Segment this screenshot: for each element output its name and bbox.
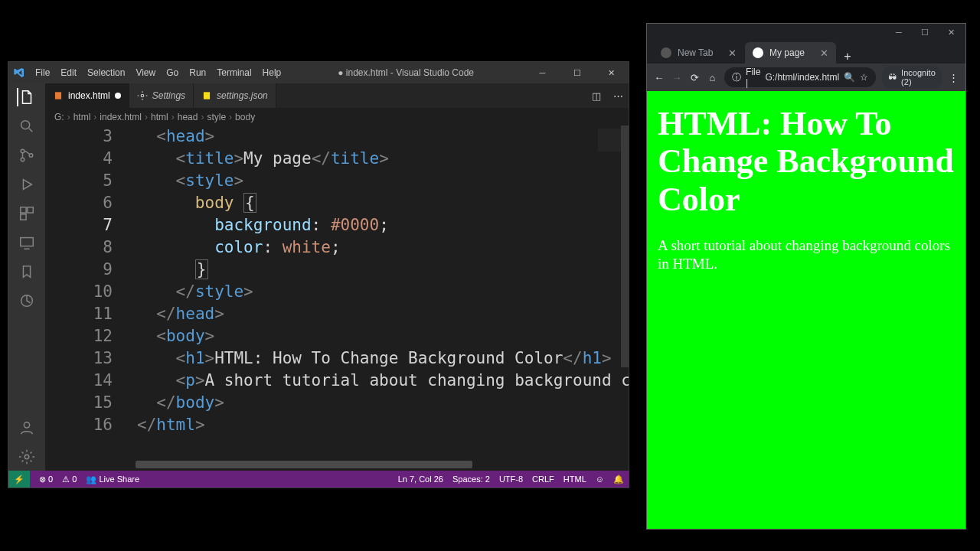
feedback-icon[interactable]: ☺ — [596, 474, 604, 484]
browser-maximize-button[interactable]: ☐ — [915, 28, 935, 37]
menu-terminal[interactable]: Terminal — [211, 62, 256, 83]
line-number[interactable]: 11 — [45, 303, 113, 325]
menu-view[interactable]: View — [130, 62, 161, 83]
line-number[interactable]: 7 — [45, 214, 113, 236]
code-line[interactable]: </body> — [137, 392, 606, 414]
home-button[interactable]: ⌂ — [707, 69, 718, 86]
editor-tab[interactable]: index.html — [45, 83, 129, 108]
zoom-icon[interactable]: 🔍 — [844, 72, 855, 83]
editor-tab[interactable]: settings.json — [194, 83, 276, 108]
breadcrumb-item[interactable]: html — [151, 112, 168, 122]
code-line[interactable]: <head> — [137, 126, 606, 148]
breadcrumb-item[interactable]: head — [178, 112, 198, 122]
indent-setting[interactable]: Spaces: 2 — [452, 474, 490, 484]
menu-selection[interactable]: Selection — [82, 62, 130, 83]
address-bar[interactable]: ⓘ File | G:/html/index.html 🔍 ☆ — [724, 67, 876, 87]
chevron-right-icon: › — [172, 112, 175, 122]
browser-close-button[interactable]: ✕ — [941, 28, 961, 37]
split-editor-icon[interactable]: ◫ — [586, 83, 607, 108]
remote-status-button[interactable]: ⚡ — [8, 471, 30, 487]
explorer-icon[interactable] — [17, 88, 35, 106]
menu-help[interactable]: Help — [257, 62, 287, 83]
bookmarks-icon[interactable] — [18, 262, 36, 281]
browser-tab[interactable]: My page✕ — [745, 42, 837, 64]
browser-menu-button[interactable]: ⋮ — [948, 69, 959, 86]
live-share-button[interactable]: 👥 Live Share — [86, 474, 139, 484]
line-number[interactable]: 12 — [45, 325, 113, 347]
extensions-icon[interactable] — [18, 204, 36, 223]
language-mode[interactable]: HTML — [564, 474, 586, 484]
breadcrumb-item[interactable]: html — [74, 112, 91, 122]
account-icon[interactable] — [18, 419, 36, 437]
close-button[interactable]: ✕ — [594, 62, 629, 83]
breadcrumb-item[interactable]: body — [235, 112, 255, 122]
line-number[interactable]: 8 — [45, 236, 113, 259]
source-control-icon[interactable] — [18, 146, 36, 165]
problems-warnings[interactable]: ⚠ 0 — [62, 474, 77, 484]
eol[interactable]: CRLF — [532, 474, 554, 484]
chevron-right-icon: › — [145, 112, 148, 122]
breadcrumb-item[interactable]: G: — [54, 112, 64, 122]
code-line[interactable]: <title>My page</title> — [137, 148, 606, 170]
remote-icon[interactable] — [18, 233, 36, 252]
back-button[interactable]: ← — [653, 69, 665, 86]
svg-point-3 — [29, 154, 33, 158]
minimap[interactable] — [598, 129, 621, 152]
editor-tab[interactable]: Settings — [129, 83, 194, 108]
menu-edit[interactable]: Edit — [55, 62, 82, 83]
new-tab-button[interactable]: + — [837, 50, 858, 64]
encoding[interactable]: UTF-8 — [499, 474, 523, 484]
breadcrumb-item[interactable]: style — [207, 112, 226, 122]
line-number[interactable]: 3 — [45, 126, 113, 148]
menu-go[interactable]: Go — [161, 62, 184, 83]
code-line[interactable]: </head> — [137, 303, 606, 325]
search-icon[interactable] — [18, 117, 36, 135]
line-number[interactable]: 6 — [45, 192, 113, 214]
code-line[interactable]: <body> — [137, 325, 606, 347]
line-number[interactable]: 15 — [45, 392, 113, 414]
code-line[interactable]: body { — [137, 192, 606, 214]
cursor-position[interactable]: Ln 7, Col 26 — [398, 474, 443, 484]
close-tab-icon[interactable]: ✕ — [728, 47, 737, 59]
forward-button[interactable]: → — [671, 69, 682, 86]
line-number[interactable]: 14 — [45, 370, 113, 392]
line-number[interactable]: 9 — [45, 259, 113, 281]
file-icon — [53, 90, 64, 101]
line-number[interactable]: 4 — [45, 148, 113, 170]
menu-file[interactable]: File — [30, 62, 55, 83]
bookmark-star-icon[interactable]: ☆ — [860, 72, 868, 83]
maximize-button[interactable]: ☐ — [560, 62, 594, 83]
run-debug-icon[interactable] — [18, 175, 36, 194]
breadcrumbs[interactable]: G:›html›index.html›html›head›style›body — [45, 109, 629, 126]
code-line[interactable]: } — [137, 259, 606, 281]
line-number[interactable]: 16 — [45, 414, 113, 436]
line-number[interactable]: 13 — [45, 347, 113, 370]
code-line[interactable]: <p>A short tutorial about changing backg… — [137, 370, 606, 392]
code-line[interactable]: </style> — [137, 281, 606, 303]
code-line[interactable]: </html> — [137, 414, 606, 436]
code-line[interactable]: background: #0000; — [137, 214, 606, 236]
menu-run[interactable]: Run — [184, 62, 211, 83]
incognito-badge[interactable]: 🕶 Incognito (2) — [882, 66, 942, 89]
notifications-icon[interactable]: 🔔 — [613, 474, 624, 484]
settings-gear-icon[interactable] — [18, 448, 36, 466]
line-number[interactable]: 10 — [45, 281, 113, 303]
close-tab-icon[interactable]: ✕ — [820, 47, 828, 59]
code-line[interactable]: <style> — [137, 170, 606, 192]
status-bar: ⚡ ⊗ 0 ⚠ 0 👥 Live Share Ln 7, Col 26 Spac… — [8, 471, 629, 487]
vscode-titlebar[interactable]: FileEditSelectionViewGoRunTerminalHelp ●… — [8, 62, 629, 83]
code-line[interactable]: color: white; — [137, 236, 606, 259]
gitlens-icon[interactable] — [18, 292, 36, 310]
problems-errors[interactable]: ⊗ 0 — [39, 474, 53, 484]
more-actions-icon[interactable]: ⋯ — [607, 83, 629, 108]
browser-tab[interactable]: New Tab✕ — [653, 42, 745, 64]
code-line[interactable]: <h1>HTML: How To Change Background Color… — [137, 347, 606, 370]
minimize-button[interactable]: ─ — [525, 62, 560, 83]
horizontal-scrollbar[interactable] — [136, 461, 472, 468]
breadcrumb-item[interactable]: index.html — [100, 112, 142, 122]
code-editor[interactable]: 345678910111213141516 <head> <title>My p… — [45, 126, 629, 471]
browser-minimize-button[interactable]: ─ — [889, 28, 909, 37]
line-number[interactable]: 5 — [45, 170, 113, 192]
vertical-scrollbar[interactable] — [621, 126, 629, 367]
reload-button[interactable]: ⟳ — [689, 69, 701, 86]
